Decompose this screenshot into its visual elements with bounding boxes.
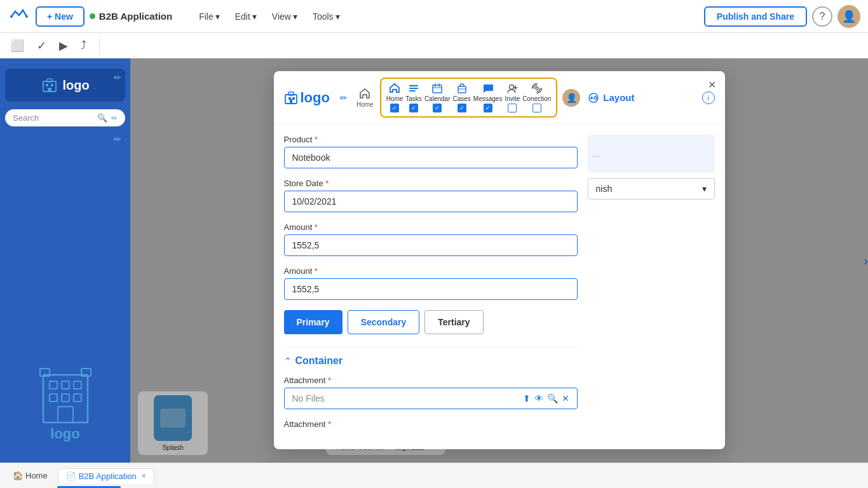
svg-rect-14 (58, 407, 73, 423)
store-date-required: * (325, 179, 329, 188)
amount1-label: Amount * (284, 222, 578, 232)
store-date-label: Store Date * (284, 179, 578, 188)
primary-button[interactable]: Primary (284, 310, 342, 334)
nav-item-connection[interactable]: Conection (522, 83, 551, 112)
attachment1-label: Attachment * (284, 376, 578, 385)
tab-b2b-application[interactable]: 📄 B2B Application × (58, 468, 154, 484)
nav-tasks-label: Tasks (405, 95, 422, 102)
nav-calendar-label: Calendar (424, 95, 451, 102)
nav-calendar-check[interactable]: ✓ (433, 104, 442, 112)
store-date-input[interactable] (284, 191, 578, 212)
export-icon[interactable]: ⤴ (78, 37, 89, 53)
second-bar: ⬜ ✓ ▶ ⤴ (0, 33, 868, 58)
view-menu[interactable]: View ▾ (266, 9, 304, 24)
tab-home[interactable]: 🏠 Home (5, 468, 55, 483)
nav-connection-check[interactable] (532, 104, 541, 112)
nav-messages-check[interactable]: ✓ (484, 104, 492, 112)
nav-home-outside: Home (353, 85, 377, 111)
nav-item-calendar[interactable]: Calendar ✓ (424, 83, 451, 112)
amount2-group: Amount * (284, 266, 578, 300)
nav-tasks-check[interactable]: ✓ (409, 104, 418, 112)
amount2-input[interactable] (284, 278, 578, 300)
container-chevron-icon[interactable]: ⌃ (284, 356, 292, 366)
search-attach-icon[interactable]: 🔍 (547, 393, 558, 403)
edit-logo-pencil[interactable]: ✏ (114, 72, 121, 83)
tab-close-icon[interactable]: × (142, 471, 146, 480)
clear-attach-icon[interactable]: ✕ (562, 393, 569, 403)
nav-invite-check[interactable] (508, 104, 517, 112)
product-input[interactable] (284, 147, 578, 168)
svg-rect-19 (292, 97, 295, 100)
tools-menu[interactable]: Tools ▾ (306, 9, 346, 24)
language-selector-header: ... (588, 135, 715, 173)
nav-home-label: Home (356, 101, 374, 108)
secondary-button[interactable]: Secondary (348, 310, 420, 334)
avatar[interactable]: 👤 (837, 5, 860, 28)
nav-cases-check[interactable]: ✓ (458, 104, 466, 112)
nav-messages-label: Messages (473, 95, 503, 102)
invite-icon (506, 83, 518, 94)
search-text: Search (13, 113, 39, 123)
modal-logo-icon (284, 91, 298, 105)
amount1-input[interactable] (284, 234, 578, 256)
divider (99, 38, 100, 53)
store-date-group: Store Date * (284, 179, 578, 212)
upload-icon[interactable]: ⬆ (523, 393, 531, 403)
svg-rect-26 (458, 86, 466, 93)
svg-point-28 (536, 87, 538, 90)
play-icon[interactable]: ▶ (57, 37, 71, 54)
nav-item-cases[interactable]: Cases ✓ (452, 83, 470, 112)
svg-rect-5 (48, 88, 51, 92)
modal-close-button[interactable]: × (709, 78, 716, 92)
attachment1-group: Attachment * No Files ⬆ 👁 🔍 ✕ (284, 376, 578, 409)
nav-item-home[interactable]: Home ✓ (386, 83, 403, 112)
attachment1-required: * (328, 376, 331, 385)
check-icon[interactable]: ✓ (34, 37, 49, 54)
nav-item-invite[interactable]: Invite (505, 83, 520, 112)
messages-icon (482, 83, 494, 94)
language-arrow-icon: ▾ (702, 184, 707, 194)
search-edit-pencil[interactable]: ✏ (111, 114, 118, 123)
app-logo (8, 5, 31, 28)
publish-share-button[interactable]: Publish and Share (704, 6, 807, 27)
app-tab-label: B2B Application (79, 471, 137, 481)
help-button[interactable]: ? (812, 6, 832, 27)
nav-home-check[interactable]: ✓ (390, 104, 399, 112)
svg-rect-22 (409, 85, 418, 86)
product-required: * (315, 135, 318, 144)
new-button[interactable]: + New (36, 6, 85, 27)
language-selector[interactable]: nish ▾ (588, 178, 715, 200)
svg-rect-20 (290, 99, 292, 104)
canvas-main: › Splash LoginB2B → (130, 58, 868, 463)
pages-icon[interactable]: ⬜ (8, 37, 27, 54)
file-menu[interactable]: File ▾ (193, 9, 226, 24)
svg-rect-21 (288, 92, 294, 95)
eye-icon[interactable]: 👁 (534, 393, 543, 403)
modal-nav-icons: Home Home ✓ (353, 78, 715, 118)
home-tab-icon: 🏠 (13, 471, 23, 480)
sidebar-search[interactable]: Search 🔍 ✏ (5, 109, 125, 126)
calendar-icon (431, 83, 443, 94)
modal-body: Product * Store Date * (274, 125, 725, 449)
svg-rect-12 (62, 394, 69, 402)
tasks-icon (408, 83, 419, 94)
container-header: ⌃ Container (284, 355, 578, 367)
button-row: Primary Secondary Tertiary (284, 310, 578, 334)
sidebar-building-edit[interactable]: ✏ (114, 134, 121, 144)
svg-rect-23 (409, 88, 418, 89)
nav-item-messages[interactable]: Messages ✓ (473, 83, 503, 112)
nav-item-tasks[interactable]: Tasks ✓ (405, 83, 422, 112)
svg-rect-11 (50, 394, 57, 402)
svg-rect-24 (409, 90, 416, 92)
layout-palette-icon (588, 92, 599, 104)
edit-menu[interactable]: Edit ▾ (229, 9, 263, 24)
modal-edit-icon[interactable]: ✏ (340, 93, 348, 103)
attachment1-field: No Files ⬆ 👁 🔍 ✕ (284, 388, 578, 409)
tab-bar: 🏠 Home 📄 B2B Application × (0, 463, 868, 488)
tertiary-button[interactable]: Tertiary (424, 310, 483, 334)
nav-home-check-label: Home (386, 95, 403, 102)
product-group: Product * (284, 135, 578, 168)
attachment1-value: No Files (292, 393, 325, 403)
amount1-required: * (315, 222, 318, 232)
info-icon[interactable]: i (702, 92, 715, 104)
